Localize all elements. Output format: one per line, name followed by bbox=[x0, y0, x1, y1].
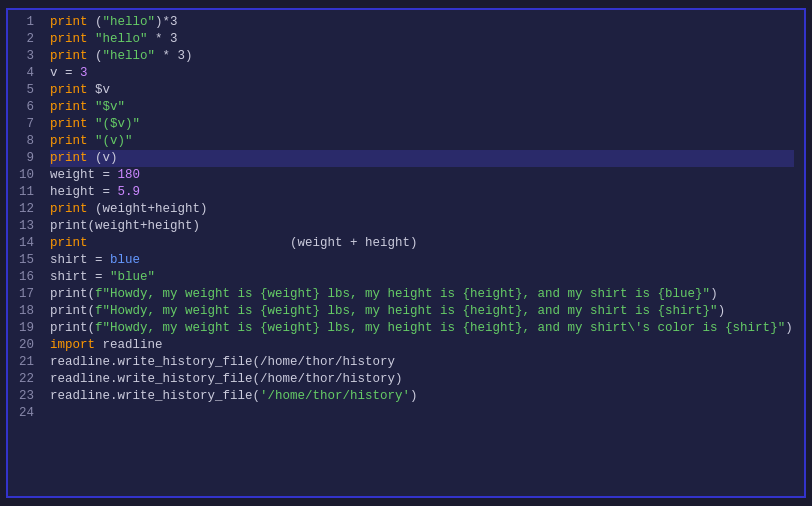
code-line-5: print $v bbox=[50, 82, 794, 99]
code-line-18: print(f"Howdy, my weight is {weight} lbs… bbox=[50, 303, 794, 320]
line-num-16: 16 bbox=[14, 269, 34, 286]
line-num-17: 17 bbox=[14, 286, 34, 303]
code-line-8: print "(v)" bbox=[50, 133, 794, 150]
code-line-11: height = 5.9 bbox=[50, 184, 794, 201]
code-line-10: weight = 180 bbox=[50, 167, 794, 184]
code-line-6: print "$v" bbox=[50, 99, 794, 116]
line-num-8: 8 bbox=[14, 133, 34, 150]
code-line-4: v = 3 bbox=[50, 65, 794, 82]
code-line-14: print (weight + height) bbox=[50, 235, 794, 252]
line-num-9: 9 bbox=[14, 150, 34, 167]
line-num-11: 11 bbox=[14, 184, 34, 201]
code-line-1: print ("hello")*3 bbox=[50, 14, 794, 31]
line-num-10: 10 bbox=[14, 167, 34, 184]
line-num-15: 15 bbox=[14, 252, 34, 269]
line-num-21: 21 bbox=[14, 354, 34, 371]
line-num-13: 13 bbox=[14, 218, 34, 235]
line-num-5: 5 bbox=[14, 82, 34, 99]
code-line-3: print ("hello" * 3) bbox=[50, 48, 794, 65]
line-num-20: 20 bbox=[14, 337, 34, 354]
line-num-1: 1 bbox=[14, 14, 34, 31]
code-line-15: shirt = blue bbox=[50, 252, 794, 269]
code-line-21: readline.write_history_file(/home/thor/h… bbox=[50, 354, 794, 371]
code-line-22: readline.write_history_file(/home/thor/h… bbox=[50, 371, 794, 388]
code-line-17: print(f"Howdy, my weight is {weight} lbs… bbox=[50, 286, 794, 303]
code-line-19: print(f"Howdy, my weight is {weight} lbs… bbox=[50, 320, 794, 337]
code-editor[interactable]: 1 2 3 4 5 6 7 8 9 10 11 12 13 14 15 16 1… bbox=[6, 8, 806, 498]
line-numbers: 1 2 3 4 5 6 7 8 9 10 11 12 13 14 15 16 1… bbox=[8, 14, 40, 492]
line-num-12: 12 bbox=[14, 201, 34, 218]
code-area: 1 2 3 4 5 6 7 8 9 10 11 12 13 14 15 16 1… bbox=[8, 10, 804, 496]
line-num-6: 6 bbox=[14, 99, 34, 116]
line-num-22: 22 bbox=[14, 371, 34, 388]
line-num-19: 19 bbox=[14, 320, 34, 337]
code-line-23: readline.write_history_file('/home/thor/… bbox=[50, 388, 794, 405]
code-line-7: print "($v)" bbox=[50, 116, 794, 133]
line-num-2: 2 bbox=[14, 31, 34, 48]
code-content: print ("hello")*3 print "hello" * 3 prin… bbox=[40, 14, 804, 492]
code-line-16: shirt = "blue" bbox=[50, 269, 794, 286]
code-line-9: print (v) bbox=[50, 150, 794, 167]
code-line-13: print(weight+height) bbox=[50, 218, 794, 235]
line-num-23: 23 bbox=[14, 388, 34, 405]
line-num-14: 14 bbox=[14, 235, 34, 252]
line-num-4: 4 bbox=[14, 65, 34, 82]
line-num-3: 3 bbox=[14, 48, 34, 65]
line-num-24: 24 bbox=[14, 405, 34, 422]
code-line-20: import readline bbox=[50, 337, 794, 354]
code-line-2: print "hello" * 3 bbox=[50, 31, 794, 48]
code-line-12: print (weight+height) bbox=[50, 201, 794, 218]
line-num-18: 18 bbox=[14, 303, 34, 320]
line-num-7: 7 bbox=[14, 116, 34, 133]
code-line-24 bbox=[50, 405, 794, 422]
